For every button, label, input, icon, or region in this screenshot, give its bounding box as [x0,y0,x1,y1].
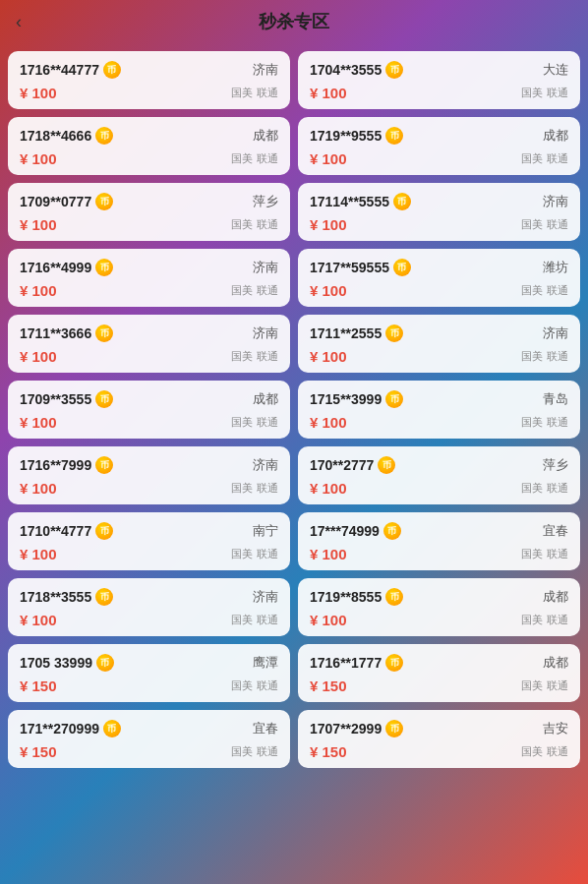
city-label: 济南 [543,324,568,342]
price-label: ¥ 100 [20,612,57,628]
price-label: ¥ 100 [310,282,347,299]
price-label: ¥ 150 [20,743,57,760]
city-label: 成都 [543,654,568,672]
coin-icon: 币 [393,193,411,210]
coin-icon: 币 [95,522,113,540]
page-title: 秒杀专区 [259,10,329,33]
price-label: ¥ 100 [20,480,57,497]
card-item[interactable]: 1716**1777 币 成都 ¥ 150 国美联通 [298,644,580,702]
coin-icon: 币 [383,522,401,540]
carrier-tag: 联通 [547,547,568,561]
price-label: ¥ 100 [20,546,57,562]
carrier-tag: 联通 [547,678,568,693]
card-item[interactable]: 170**2777 币 萍乡 ¥ 100 国美联通 [298,446,580,504]
phone-number: 170**2777 [310,457,374,473]
price-label: ¥ 100 [20,150,57,167]
price-label: ¥ 100 [310,480,347,497]
card-item[interactable]: 1711**2555 币 济南 ¥ 100 国美联通 [298,315,580,373]
carrier-tag: 国美 [521,349,543,364]
carrier-tag: 国美 [521,547,543,561]
phone-number: 1711**3666 [20,325,91,341]
carrier-tag: 联通 [257,86,278,100]
card-item[interactable]: 17***74999 币 宜春 ¥ 100 国美联通 [298,512,580,570]
city-label: 济南 [253,456,278,474]
carrier-tag: 国美 [521,678,543,693]
carrier-tag: 联通 [547,415,568,430]
price-label: ¥ 100 [20,282,57,299]
coin-icon: 币 [385,324,403,342]
city-label: 萍乡 [543,456,568,474]
card-item[interactable]: 1716**44777 币 济南 ¥ 100 国美联通 [8,51,290,109]
card-item[interactable]: 1709**0777 币 萍乡 ¥ 100 国美联通 [8,183,290,241]
card-item[interactable]: 1716**7999 币 济南 ¥ 100 国美联通 [8,446,290,504]
phone-number: 1719**8555 [310,589,382,605]
price-label: ¥ 100 [20,216,57,233]
card-item[interactable]: 171**270999 币 宜春 ¥ 150 国美联通 [8,710,290,768]
carrier-tag: 联通 [257,613,278,627]
phone-number: 1717**59555 [310,260,389,275]
carrier-tag: 国美 [231,547,253,561]
card-item[interactable]: 1710**4777 币 南宁 ¥ 100 国美联通 [8,512,290,570]
card-item[interactable]: 1718**4666 币 成都 ¥ 100 国美联通 [8,117,290,175]
phone-number: 1718**4666 [20,128,91,144]
carrier-tag: 联通 [257,151,278,166]
carrier-tag: 联通 [257,349,278,364]
carrier-tag: 国美 [231,349,253,364]
card-item[interactable]: 1719**9555 币 成都 ¥ 100 国美联通 [298,117,580,175]
carrier-tag: 联通 [257,481,278,496]
coin-icon: 币 [385,654,403,672]
carrier-tag: 国美 [521,481,543,496]
carrier-tag: 联通 [547,283,568,298]
coin-icon: 币 [95,324,113,342]
phone-number: 1710**4777 [20,523,91,539]
coin-icon: 币 [96,654,114,672]
card-item[interactable]: 1715**3999 币 青岛 ¥ 100 国美联通 [298,381,580,439]
card-item[interactable]: 1705 33999 币 鹰潭 ¥ 150 国美联通 [8,644,290,702]
card-item[interactable]: 17114**5555 币 济南 ¥ 100 国美联通 [298,183,580,241]
carrier-tag: 联通 [547,349,568,364]
coin-icon: 币 [95,588,113,606]
coin-icon: 币 [95,193,113,210]
card-item[interactable]: 1711**3666 币 济南 ¥ 100 国美联通 [8,315,290,373]
city-label: 潍坊 [543,259,568,276]
phone-number: 1716**4999 [20,260,91,275]
back-button[interactable]: ‹ [16,12,22,32]
city-label: 济南 [253,324,278,342]
price-label: ¥ 100 [20,348,57,365]
coin-icon: 币 [95,127,113,145]
card-item[interactable]: 1719**8555 币 成都 ¥ 100 国美联通 [298,578,580,636]
coin-icon: 币 [385,127,403,145]
city-label: 青岛 [543,390,568,408]
card-item[interactable]: 1717**59555 币 潍坊 ¥ 100 国美联通 [298,249,580,307]
city-label: 济南 [253,61,278,79]
carrier-tag: 联通 [257,744,278,759]
carrier-tag: 联通 [257,283,278,298]
carrier-tag: 国美 [231,744,253,759]
carrier-tag: 联通 [547,744,568,759]
phone-number: 1715**3999 [310,391,382,407]
card-grid: 1716**44777 币 济南 ¥ 100 国美联通 1704**3555 币… [0,43,588,776]
coin-icon: 币 [103,720,121,737]
phone-number: 1707**2999 [310,721,382,737]
carrier-tag: 国美 [231,217,253,232]
carrier-tag: 联通 [257,547,278,561]
carrier-tag: 联通 [547,613,568,627]
phone-number: 17114**5555 [310,194,389,209]
carrier-tag: 联通 [547,151,568,166]
coin-icon: 币 [385,720,403,737]
card-item[interactable]: 1704**3555 币 大连 ¥ 100 国美联通 [298,51,580,109]
card-item[interactable]: 1707**2999 币 吉安 ¥ 150 国美联通 [298,710,580,768]
city-label: 萍乡 [253,193,278,210]
price-label: ¥ 100 [310,348,347,365]
coin-icon: 币 [393,259,411,276]
price-label: ¥ 100 [310,85,347,101]
phone-number: 1711**2555 [310,325,382,341]
coin-icon: 币 [385,390,403,408]
coin-icon: 币 [103,61,121,79]
price-label: ¥ 100 [310,150,347,167]
card-item[interactable]: 1716**4999 币 济南 ¥ 100 国美联通 [8,249,290,307]
card-item[interactable]: 1718**3555 币 济南 ¥ 100 国美联通 [8,578,290,636]
city-label: 吉安 [543,720,568,737]
carrier-tag: 国美 [521,744,543,759]
card-item[interactable]: 1709**3555 币 成都 ¥ 100 国美联通 [8,381,290,439]
